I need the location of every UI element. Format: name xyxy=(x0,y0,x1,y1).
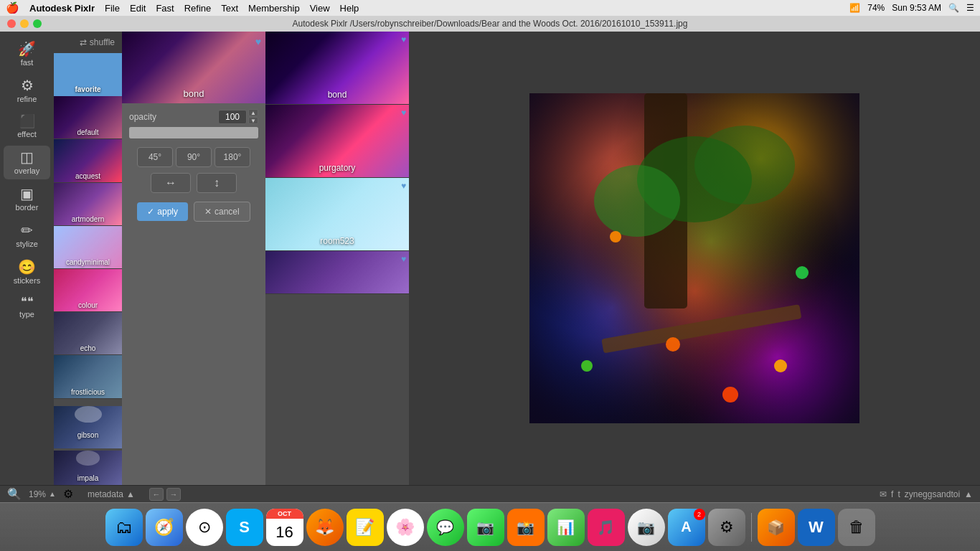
x-icon: ✕ xyxy=(204,207,212,217)
menu-edit[interactable]: Edit xyxy=(130,3,146,14)
facebook-icon[interactable]: f xyxy=(891,489,893,499)
filter-default[interactable]: default xyxy=(54,96,122,139)
filter-favorite[interactable]: favorite xyxy=(54,53,122,96)
menu-fast[interactable]: Fast xyxy=(156,3,174,14)
angle-90-button[interactable]: 90° xyxy=(176,147,212,167)
opacity-increase[interactable]: ▲ xyxy=(248,109,258,116)
angle-180-button[interactable]: 180° xyxy=(215,147,250,167)
metadata-label: metadata xyxy=(88,489,123,499)
time-label: Sun 9:53 AM xyxy=(892,3,941,13)
dock-camera[interactable]: 📷 xyxy=(628,509,665,546)
messages-icon: 💬 xyxy=(436,519,454,536)
maximize-button[interactable] xyxy=(33,19,42,28)
dock-facetime[interactable]: 📷 xyxy=(467,509,504,546)
menu-membership[interactable]: Membership xyxy=(248,3,300,14)
opacity-stepper[interactable]: ▲ ▼ xyxy=(248,109,258,124)
last-fav-icon[interactable]: ♥ xyxy=(401,254,406,264)
menu-icon[interactable]: ☰ xyxy=(966,3,974,13)
room523-fav-icon[interactable]: ♥ xyxy=(401,181,406,191)
dock-calendar[interactable]: OCT 16 xyxy=(266,509,303,546)
overlay-purgatory-thumb[interactable]: ♥ purgatory xyxy=(265,105,409,178)
tool-border[interactable]: ▣ border xyxy=(4,182,50,216)
filter-echo[interactable]: echo xyxy=(54,312,122,355)
dock-archive[interactable]: 📦 xyxy=(758,509,795,546)
dock-chrome[interactable]: ⊙ xyxy=(186,509,223,546)
dock-skype[interactable]: S xyxy=(226,509,263,546)
tool-overlay[interactable]: ◫ overlay xyxy=(4,146,50,179)
tool-stylize[interactable]: ✏ stylize xyxy=(4,219,50,253)
tool-refine[interactable]: ⚙ refine xyxy=(4,74,50,108)
overlay-room523-thumb[interactable]: ♥ room523 xyxy=(265,178,409,251)
settings-icon-bottom[interactable]: ⚙ xyxy=(63,487,73,501)
dock-appstore[interactable]: A 2 xyxy=(668,509,705,546)
app-name[interactable]: Autodesk Pixlr xyxy=(29,3,95,14)
bond-fav-icon[interactable]: ♥ xyxy=(401,34,406,44)
tool-effect[interactable]: ⬛ effect xyxy=(4,110,50,143)
menu-view[interactable]: View xyxy=(310,3,330,14)
search-icon-bottom[interactable]: 🔍 xyxy=(7,487,22,501)
filter-frostlicious[interactable]: frostlicious xyxy=(54,355,122,398)
cancel-button[interactable]: ✕ cancel xyxy=(194,202,250,222)
dock-safari[interactable]: 🧭 xyxy=(146,509,183,546)
minimize-button[interactable] xyxy=(20,19,29,28)
opacity-slider[interactable] xyxy=(129,127,258,138)
bond-favorite-icon[interactable]: ♥ xyxy=(255,36,261,47)
shuffle-button[interactable]: ⇄ shuffle xyxy=(80,37,115,47)
opacity-value-group: ▲ ▼ xyxy=(218,109,258,124)
bond-preview[interactable]: ♥ bond xyxy=(122,32,265,103)
tool-stickers[interactable]: 😊 stickers xyxy=(4,255,50,289)
dock-photos[interactable]: 🌸 xyxy=(387,509,424,546)
overlay-bond-thumb[interactable]: ♥ bond xyxy=(265,32,409,105)
twitter-icon[interactable]: t xyxy=(897,489,900,499)
overlay-last-thumb[interactable]: ♥ xyxy=(265,251,409,294)
nav-next-button[interactable]: → xyxy=(166,488,181,501)
dock-word[interactable]: W xyxy=(798,509,835,546)
caret-icon[interactable]: ▲ xyxy=(964,489,973,499)
zoom-triangle-icon[interactable]: ▲ xyxy=(49,490,56,498)
filter-candyminimal[interactable]: candyminimal xyxy=(54,226,122,269)
overlay-room523-label: room523 xyxy=(265,236,409,246)
tool-fast[interactable]: 🚀 fast xyxy=(4,37,50,71)
metadata-arrow-icon[interactable]: ▲ xyxy=(126,489,135,499)
filter-acquest[interactable]: acquest xyxy=(54,139,122,182)
window-controls[interactable] xyxy=(7,19,42,28)
flip-horizontal-button[interactable]: ↔ xyxy=(151,173,191,193)
dock-settings[interactable]: ⚙ xyxy=(708,509,745,546)
opacity-input[interactable] xyxy=(218,110,247,124)
overlay-bond-label: bond xyxy=(265,90,409,100)
tool-type[interactable]: ❝❝ type xyxy=(4,292,50,323)
shuffle-label: shuffle xyxy=(90,37,115,47)
search-icon[interactable]: 🔍 xyxy=(948,3,959,13)
opacity-decrease[interactable]: ▼ xyxy=(248,117,258,124)
filter-gibson[interactable]: gibson xyxy=(54,399,122,442)
filter-candyminimal-label: candyminimal xyxy=(54,258,122,266)
nav-prev-button[interactable]: ← xyxy=(149,488,164,501)
purgatory-fav-icon[interactable]: ♥ xyxy=(401,108,406,118)
opacity-slider-row xyxy=(122,127,265,144)
dock-trash[interactable]: 🗑 xyxy=(838,509,875,546)
dock-finder[interactable]: 🗂 xyxy=(105,509,143,546)
menu-refine[interactable]: Refine xyxy=(184,3,212,14)
refine-icon: ⚙ xyxy=(21,78,34,93)
filter-impala[interactable]: impala xyxy=(54,442,122,485)
filter-colour[interactable]: colour xyxy=(54,269,122,312)
menu-text[interactable]: Text xyxy=(221,3,238,14)
dock-music[interactable]: 🎵 xyxy=(588,509,625,546)
dock-numbers[interactable]: 📊 xyxy=(547,509,585,546)
stylize-icon: ✏ xyxy=(21,223,33,237)
bottombar: 🔍 19% ▲ ⚙ metadata ▲ ← → ✉ f t zyneggsan… xyxy=(0,485,980,502)
menu-file[interactable]: File xyxy=(105,3,120,14)
dock-messages[interactable]: 💬 xyxy=(427,509,464,546)
apply-button[interactable]: ✓ apply xyxy=(137,202,188,221)
filter-artmodern[interactable]: artmodern xyxy=(54,183,122,226)
opacity-label: opacity xyxy=(129,112,156,122)
close-button[interactable] xyxy=(7,19,16,28)
mail-icon[interactable]: ✉ xyxy=(880,489,887,499)
apple-menu[interactable]: 🍎 xyxy=(6,1,19,14)
dock-notes[interactable]: 📝 xyxy=(347,509,384,546)
dock-firefox[interactable]: 🦊 xyxy=(306,509,344,546)
dock-photos2[interactable]: 📸 xyxy=(507,509,545,546)
menu-help[interactable]: Help xyxy=(340,3,359,14)
angle-45-button[interactable]: 45° xyxy=(137,147,173,167)
flip-vertical-button[interactable]: ↕ xyxy=(197,173,237,193)
